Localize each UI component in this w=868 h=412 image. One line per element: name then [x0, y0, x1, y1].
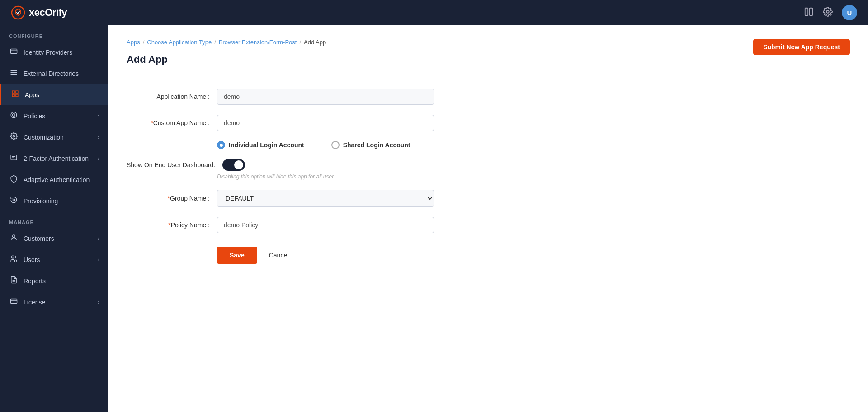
sidebar-item-label: Apps: [25, 91, 39, 98]
svg-rect-10: [15, 91, 18, 93]
chevron-right-icon: ›: [98, 235, 99, 242]
sidebar-item-provisioning[interactable]: Provisioning: [0, 190, 108, 211]
sidebar-item-label: Users: [24, 256, 40, 263]
svg-point-3: [826, 10, 829, 13]
svg-rect-2: [810, 8, 812, 15]
add-app-form: Application Name : *Custom App Name : In…: [127, 89, 850, 264]
sidebar: Configure Identity Providers External Di…: [0, 25, 108, 412]
shared-login-radio[interactable]: [331, 141, 340, 149]
sidebar-item-label: Customers: [24, 235, 54, 242]
svg-rect-24: [10, 299, 17, 304]
policy-name-input[interactable]: [217, 217, 434, 233]
sidebar-item-external-directories[interactable]: External Directories: [0, 63, 108, 84]
2fa-icon: [9, 154, 18, 163]
sidebar-item-reports[interactable]: Reports: [0, 270, 108, 291]
page-title: Add App: [127, 54, 326, 66]
toggle-hint: Disabling this option will hide this app…: [217, 173, 344, 180]
svg-rect-12: [15, 94, 18, 97]
show-dashboard-toggle[interactable]: [222, 159, 245, 171]
customers-icon: [9, 234, 18, 243]
breadcrumb-sep-1: /: [143, 39, 145, 46]
sidebar-item-2fa[interactable]: 2-Factor Authentication ›: [0, 148, 108, 169]
svg-point-21: [11, 256, 14, 258]
individual-login-label: Individual Login Account: [229, 141, 304, 149]
sidebar-item-label: Adaptive Authentication: [24, 176, 90, 183]
svg-point-20: [12, 235, 15, 238]
svg-point-13: [11, 112, 17, 118]
sidebar-item-label: 2-Factor Authentication: [24, 155, 89, 162]
sidebar-item-label: Customization: [24, 134, 64, 141]
policy-name-label: *Policy Name :: [127, 221, 217, 229]
book-icon[interactable]: [804, 7, 814, 19]
logo-text: xecOrify: [29, 7, 67, 19]
external-directories-icon: [9, 69, 18, 78]
svg-rect-11: [12, 94, 14, 97]
sidebar-item-label: Provisioning: [24, 197, 58, 205]
breadcrumb-current: Add App: [304, 39, 326, 46]
group-name-group: *Group Name : DEFAULT Group A Group B: [127, 190, 850, 207]
provisioning-icon: [9, 196, 18, 206]
sidebar-item-customization[interactable]: Customization ›: [0, 126, 108, 148]
svg-point-15: [13, 135, 14, 137]
policies-icon: [9, 111, 18, 121]
logo: xecOrify: [11, 5, 67, 20]
show-dashboard-row: Show On End User Dashboard:: [127, 159, 850, 171]
sidebar-item-label: License: [24, 299, 45, 306]
application-name-input[interactable]: [217, 89, 434, 105]
breadcrumb-browser-ext[interactable]: Browser Extension/Form-Post: [219, 39, 297, 46]
sidebar-item-customers[interactable]: Customers ›: [0, 228, 108, 249]
individual-login-option[interactable]: Individual Login Account: [217, 141, 304, 149]
customization-icon: [9, 132, 18, 142]
sidebar-item-license[interactable]: License ›: [0, 291, 108, 313]
action-row: Save Cancel: [217, 247, 850, 264]
application-name-label: Application Name :: [127, 93, 217, 100]
save-button[interactable]: Save: [217, 247, 257, 264]
custom-app-name-label: *Custom App Name :: [127, 119, 217, 126]
configure-section-label: Configure: [0, 25, 108, 42]
adaptive-auth-icon: [9, 175, 18, 184]
shared-login-label: Shared Login Account: [343, 141, 410, 149]
breadcrumb: Apps / Choose Application Type / Browser…: [127, 39, 326, 46]
submit-new-app-button[interactable]: Submit New App Request: [753, 39, 850, 55]
sidebar-item-label: Identity Providers: [24, 49, 72, 56]
breadcrumb-choose-type[interactable]: Choose Application Type: [147, 39, 212, 46]
avatar[interactable]: U: [842, 5, 857, 20]
breadcrumb-sep-2: /: [214, 39, 216, 46]
apps-icon: [10, 90, 19, 99]
settings-icon[interactable]: [823, 7, 833, 19]
login-type-radio-group: Individual Login Account Shared Login Ac…: [217, 141, 850, 149]
chevron-right-icon: ›: [98, 134, 99, 140]
breadcrumb-area: Apps / Choose Application Type / Browser…: [127, 39, 326, 66]
group-name-label: *Group Name :: [127, 195, 217, 202]
topbar-right: U: [804, 5, 857, 20]
sidebar-item-adaptive-auth[interactable]: Adaptive Authentication: [0, 169, 108, 190]
custom-app-name-input[interactable]: [217, 115, 434, 131]
svg-rect-4: [10, 49, 17, 54]
main-content: Apps / Choose Application Type / Browser…: [108, 25, 868, 412]
sidebar-item-policies[interactable]: Policies ›: [0, 105, 108, 126]
sidebar-item-label: External Directories: [24, 70, 79, 77]
sidebar-item-users[interactable]: Users ›: [0, 249, 108, 270]
divider: [127, 75, 850, 75]
chevron-right-icon: ›: [98, 299, 99, 305]
chevron-right-icon: ›: [98, 257, 99, 263]
topbar: xecOrify U: [0, 0, 868, 25]
svg-rect-9: [12, 91, 14, 93]
page-header-row: Apps / Choose Application Type / Browser…: [127, 39, 850, 66]
breadcrumb-sep-3: /: [299, 39, 301, 46]
custom-app-name-group: *Custom App Name :: [127, 115, 850, 131]
show-dashboard-toggle-wrap: [222, 159, 245, 171]
sidebar-item-label: Reports: [24, 277, 46, 285]
individual-login-radio[interactable]: [217, 141, 225, 149]
chevron-right-icon: ›: [98, 113, 99, 119]
users-icon: [9, 255, 18, 264]
sidebar-item-identity-providers[interactable]: Identity Providers: [0, 42, 108, 63]
svg-rect-1: [805, 8, 808, 15]
svg-point-14: [12, 114, 15, 117]
cancel-button[interactable]: Cancel: [264, 248, 293, 263]
group-name-select[interactable]: DEFAULT Group A Group B: [217, 190, 434, 207]
shared-login-option[interactable]: Shared Login Account: [331, 141, 410, 149]
breadcrumb-apps[interactable]: Apps: [127, 39, 140, 46]
logo-icon: [11, 5, 25, 20]
sidebar-item-apps[interactable]: Apps: [0, 84, 108, 105]
